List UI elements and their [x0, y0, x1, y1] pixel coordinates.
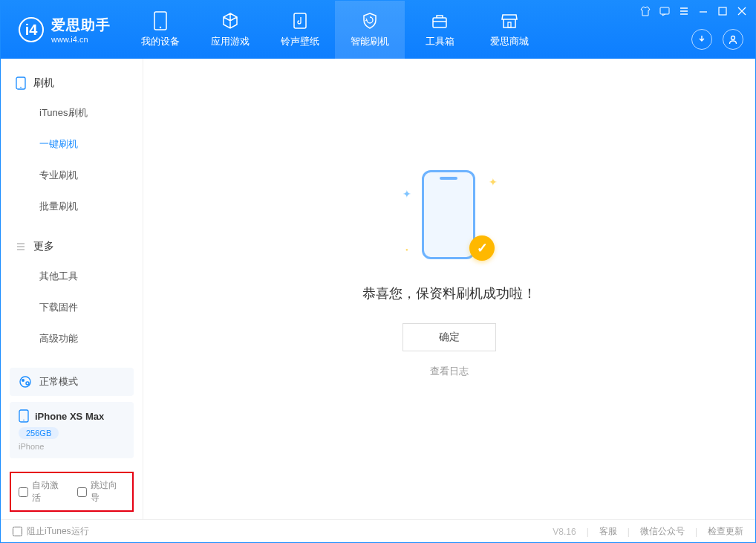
svg-point-7 — [731, 36, 735, 40]
tab-label: 铃声壁纸 — [281, 35, 319, 48]
phone-graphic — [422, 170, 475, 259]
sidebar-item-download-firmware[interactable]: 下载固件 — [1, 292, 143, 323]
device-icon — [151, 11, 170, 30]
svg-rect-6 — [719, 7, 726, 15]
tab-ringtones[interactable]: 铃声壁纸 — [265, 1, 335, 59]
svg-point-10 — [20, 377, 30, 387]
footer-link-support[interactable]: 客服 — [599, 525, 617, 538]
shield-icon — [360, 11, 379, 30]
maximize-icon[interactable] — [717, 5, 729, 17]
skip-guide-checkbox[interactable]: 跳过向导 — [77, 479, 126, 504]
section-title: 更多 — [33, 240, 54, 253]
section-title: 刷机 — [33, 77, 54, 90]
footer-link-update[interactable]: 检查更新 — [708, 525, 743, 538]
sidebar-item-pro-flash[interactable]: 专业刷机 — [1, 160, 143, 191]
view-log-link[interactable]: 查看日志 — [430, 365, 469, 378]
toolbox-icon — [430, 11, 449, 30]
device-info[interactable]: iPhone XS Max 256GB iPhone — [10, 402, 134, 458]
svg-rect-4 — [508, 22, 511, 27]
header-tabs: 我的设备 应用游戏 铃声壁纸 智能刷机 工具箱 爱思商城 — [126, 1, 544, 59]
svg-rect-5 — [660, 7, 669, 14]
version-label: V8.16 — [553, 527, 576, 537]
svg-point-14 — [23, 420, 25, 421]
success-message: 恭喜您，保资料刷机成功啦！ — [362, 284, 536, 302]
list-icon — [16, 241, 26, 252]
app-header: i4 爱思助手 www.i4.cn 我的设备 应用游戏 铃声壁纸 智能刷机 工具… — [1, 1, 755, 59]
sidebar-item-advanced[interactable]: 高级功能 — [1, 323, 143, 354]
checkmark-icon: ✓ — [469, 235, 495, 261]
svg-point-12 — [26, 382, 29, 385]
sidebar-item-itunes-flash[interactable]: iTunes刷机 — [1, 97, 143, 129]
mode-box[interactable]: 正常模式 — [10, 368, 134, 396]
tab-label: 工具箱 — [426, 35, 454, 48]
shirt-icon[interactable] — [639, 5, 651, 17]
menu-icon[interactable] — [678, 5, 690, 17]
sidebar-section-flash: 刷机 — [1, 69, 143, 97]
mode-icon — [19, 375, 32, 388]
footer: 阻止iTunes运行 V8.16 | 客服 | 微信公众号 | 检查更新 — [1, 519, 755, 543]
store-icon — [500, 11, 519, 30]
device-name-text: iPhone XS Max — [35, 411, 104, 422]
logo-area: i4 爱思助手 www.i4.cn — [1, 16, 126, 44]
checkbox-row: 自动激活 跳过向导 — [10, 472, 134, 512]
user-button[interactable] — [723, 29, 743, 50]
footer-link-wechat[interactable]: 微信公众号 — [640, 525, 685, 538]
tab-toolbox[interactable]: 工具箱 — [405, 1, 475, 59]
tab-my-device[interactable]: 我的设备 — [126, 1, 195, 59]
tab-label: 智能刷机 — [351, 35, 389, 48]
sparkle-icon: ✦ — [489, 176, 498, 188]
svg-rect-3 — [433, 18, 446, 27]
tab-label: 应用游戏 — [211, 35, 250, 48]
sidebar: 刷机 iTunes刷机 一键刷机 专业刷机 批量刷机 更多 其他工具 下载固件 … — [1, 59, 143, 519]
device-phone-icon — [19, 409, 29, 423]
tab-label: 我的设备 — [141, 35, 180, 48]
sparkle-icon: ● — [405, 247, 408, 252]
logo-icon: i4 — [19, 17, 44, 42]
auto-activate-checkbox[interactable]: 自动激活 — [19, 479, 67, 504]
block-itunes-checkbox[interactable]: 阻止iTunes运行 — [13, 525, 89, 538]
success-illustration: ✦ ✦ ● ✓ — [408, 170, 490, 267]
sidebar-item-other-tools[interactable]: 其他工具 — [1, 261, 143, 292]
sparkle-icon: ✦ — [403, 188, 411, 200]
svg-point-9 — [20, 87, 22, 88]
app-title: 爱思助手 — [51, 16, 111, 35]
phone-icon — [16, 77, 26, 90]
window-controls — [639, 5, 748, 17]
mode-label: 正常模式 — [39, 375, 78, 388]
tab-store[interactable]: 爱思商城 — [475, 1, 544, 59]
sidebar-section-more: 更多 — [1, 233, 143, 261]
device-capacity: 256GB — [19, 427, 59, 439]
ok-button[interactable]: 确定 — [403, 323, 496, 351]
app-url: www.i4.cn — [51, 35, 111, 44]
svg-point-11 — [22, 379, 25, 382]
tab-flash[interactable]: 智能刷机 — [335, 1, 405, 59]
minimize-icon[interactable] — [697, 5, 709, 17]
music-icon — [290, 11, 310, 30]
device-type: iPhone — [19, 442, 125, 451]
tab-label: 爱思商城 — [490, 35, 529, 48]
close-icon[interactable] — [736, 5, 748, 17]
main-content: ✦ ✦ ● ✓ 恭喜您，保资料刷机成功啦！ 确定 查看日志 — [143, 59, 755, 519]
sidebar-item-oneclick-flash[interactable]: 一键刷机 — [1, 129, 143, 160]
svg-rect-2 — [294, 13, 306, 28]
tab-apps[interactable]: 应用游戏 — [195, 1, 265, 59]
cube-icon — [221, 11, 240, 30]
svg-point-1 — [160, 27, 161, 28]
feedback-icon[interactable] — [659, 5, 671, 17]
sidebar-item-batch-flash[interactable]: 批量刷机 — [1, 191, 143, 222]
download-button[interactable] — [691, 29, 712, 50]
header-right — [691, 29, 743, 50]
